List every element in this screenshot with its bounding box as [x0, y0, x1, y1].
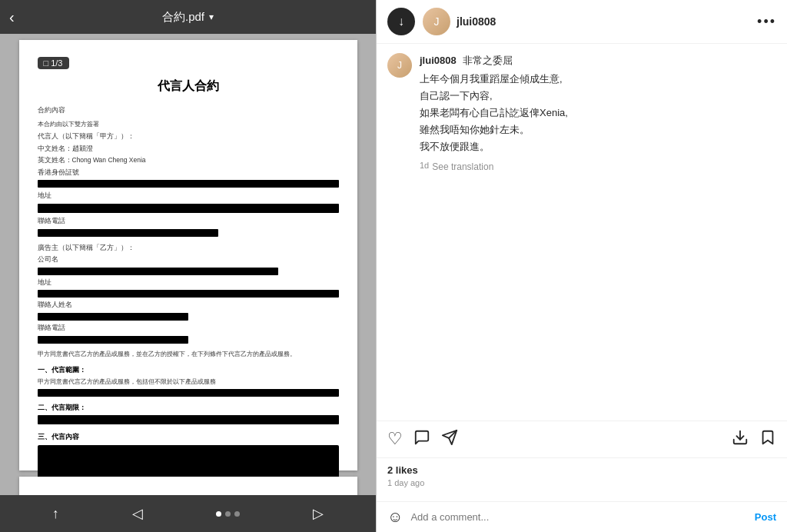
- pdf-intro-text: 本合約由以下雙方簽署: [38, 120, 339, 129]
- header-avatar: J: [423, 8, 450, 35]
- pdf-contract-content-label: 合約內容: [38, 105, 339, 115]
- pdf-share-icon[interactable]: ↑: [52, 506, 59, 522]
- pdf-dot-1[interactable]: [216, 511, 221, 517]
- pdf-party-b-label: 廣告主（以下簡稱「乙方」）：: [38, 243, 339, 254]
- post-meta: 1d See translation: [420, 158, 776, 172]
- post-actions: ♡: [377, 421, 787, 458]
- post-caption-line2: 上年今個月我重蹈屋企傾成生意,: [420, 73, 563, 85]
- pdf-contact-tel-redacted: [38, 336, 188, 344]
- pdf-contact-tel-label: 聯絡電話: [38, 323, 339, 334]
- see-translation-link[interactable]: See translation: [432, 161, 493, 172]
- pdf-party-a-label: 代言人（以下簡稱「甲方」）：: [38, 131, 339, 142]
- pdf-page-bottom: 運行細節: [19, 477, 357, 495]
- post-time: 1d: [420, 161, 429, 170]
- header-username: jlui0808: [457, 15, 757, 28]
- download-post-button[interactable]: [732, 429, 749, 450]
- pdf-id-redacted: [38, 180, 339, 188]
- pdf-address-redacted: [38, 204, 339, 213]
- pdf-nav-forward-icon[interactable]: ▷: [313, 505, 324, 522]
- bookmark-button[interactable]: [759, 429, 776, 450]
- pdf-contact-person-label: 聯絡人姓名: [38, 300, 339, 311]
- pdf-toolbar: ‹ 合約.pdf ▾: [0, 0, 376, 34]
- pdf-contact-label: 聯絡電話: [38, 216, 339, 227]
- pdf-section2-title: 二、代言期限：: [38, 403, 339, 413]
- pdf-nav-back-icon[interactable]: ◁: [132, 505, 143, 522]
- emoji-button[interactable]: ☺: [387, 508, 403, 526]
- pdf-panel: ‹ 合約.pdf ▾ □ 1/3 代言人合約 合約內容 本合約由以下雙方簽署 代…: [0, 0, 377, 532]
- pdf-title: 合約.pdf: [162, 10, 204, 25]
- pdf-company-redacted: [38, 268, 279, 275]
- pdf-section1-redacted: [38, 389, 339, 397]
- pdf-content: □ 1/3 代言人合約 合約內容 本合約由以下雙方簽署 代言人（以下簡稱「甲方」…: [0, 34, 376, 495]
- post-body: J jlui0808 非常之委屈 上年今個月我重蹈屋企傾成生意, 自己認一下內容…: [377, 44, 787, 241]
- share-button[interactable]: [441, 429, 458, 450]
- post-avatar: J: [387, 53, 412, 78]
- pdf-section3-title: 三、代言內容: [38, 432, 339, 442]
- post-caption-line4: 如果老闆有心自己訃訖返俾Xenia,: [420, 107, 568, 118]
- comment-button[interactable]: [413, 429, 430, 450]
- post-header: ↓ J jlui0808 •••: [377, 0, 787, 44]
- post-panel: ↓ J jlui0808 ••• J jlui0808 非常之委屈 上年今個月我…: [377, 0, 787, 532]
- post-caption-line5: 雖然我唔知你她針左未。: [420, 124, 530, 135]
- post-caption-line6: 我不放便跟進。: [420, 141, 490, 152]
- action-icons-right: [732, 429, 776, 450]
- pdf-bottom-bar: ↑ ◁ ▷: [0, 495, 376, 532]
- post-caption-line1: 非常之委屈: [463, 55, 513, 66]
- pdf-doc-title: 代言人合約: [38, 78, 339, 95]
- pdf-dot-3[interactable]: [234, 511, 240, 517]
- download-icon: ↓: [398, 15, 404, 28]
- download-button[interactable]: ↓: [387, 8, 415, 35]
- pdf-back-button[interactable]: ‹: [9, 8, 15, 26]
- pdf-chinese-name: 中文姓名：趙穎澄: [38, 144, 339, 155]
- post-caption-text: 上年今個月我重蹈屋企傾成生意, 自己認一下內容, 如果老闆有心自己訃訖返俾Xen…: [420, 71, 776, 155]
- pdf-address2-label: 地址: [38, 278, 339, 288]
- comment-input[interactable]: [410, 511, 746, 523]
- post-username: jlui0808: [420, 55, 457, 66]
- post-footer: 2 likes 1 day ago: [377, 458, 787, 501]
- pdf-contact-redacted: [38, 229, 218, 237]
- like-button[interactable]: ♡: [387, 429, 403, 450]
- more-options-icon[interactable]: •••: [757, 14, 776, 30]
- pdf-contact-person-redacted: [38, 313, 188, 321]
- post-caption-row: J jlui0808 非常之委屈 上年今個月我重蹈屋企傾成生意, 自己認一下內容…: [387, 53, 776, 172]
- pdf-address-label: 地址: [38, 191, 339, 201]
- time-ago: 1 day ago: [387, 478, 776, 487]
- pdf-page-dots: [216, 511, 240, 517]
- comment-input-row: ☺ Post: [377, 501, 787, 532]
- action-icons-left: ♡: [387, 429, 732, 450]
- pdf-section1-title: 一、代言範圍：: [38, 365, 339, 375]
- pdf-agreement-text: 甲方同意書代言乙方的產品或服務，並在乙方的授權下，在下列條件下代言乙方的產品或服…: [38, 350, 339, 359]
- likes-count: 2 likes: [387, 464, 776, 476]
- pdf-english-name: 英文姓名：Chong Wan Cheng Xenia: [38, 155, 339, 166]
- pdf-page-indicator: □ 1/3: [38, 57, 69, 69]
- pdf-dropdown-icon[interactable]: ▾: [209, 12, 214, 22]
- pdf-page-1: □ 1/3 代言人合約 合約內容 本合約由以下雙方簽署 代言人（以下簡稱「甲方」…: [19, 40, 357, 470]
- post-caption-line3: 自己認一下內容,: [420, 90, 493, 101]
- post-text-area: jlui0808 非常之委屈 上年今個月我重蹈屋企傾成生意, 自己認一下內容, …: [420, 53, 776, 172]
- pdf-dot-2[interactable]: [225, 511, 231, 517]
- pdf-address2-redacted: [38, 290, 339, 298]
- pdf-section2-redacted: [38, 415, 339, 424]
- pdf-company-label: 公司名: [38, 254, 339, 265]
- pdf-section1-text: 甲方同意書代言乙方的產品或服務，包括但不限於以下產品或服務: [38, 377, 339, 387]
- post-comment-button[interactable]: Post: [755, 511, 776, 523]
- pdf-hk-id-label: 香港身份証號: [38, 168, 339, 178]
